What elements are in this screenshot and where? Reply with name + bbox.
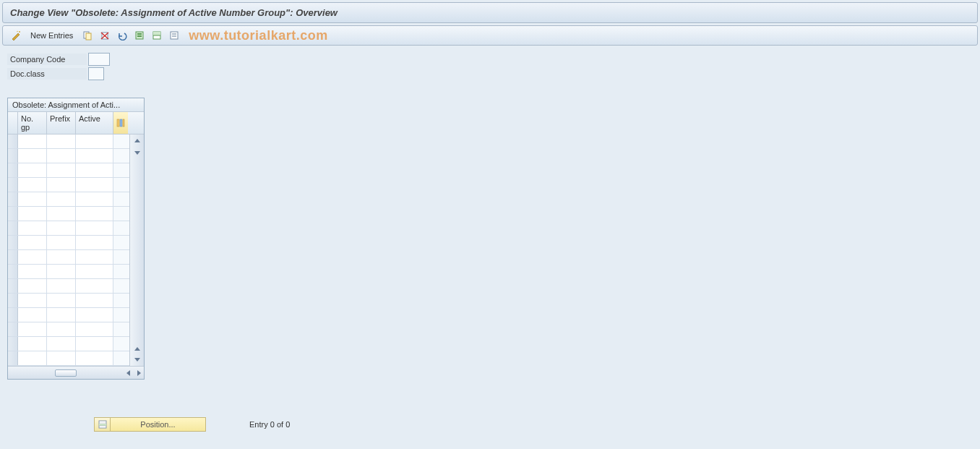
cell-no-gp[interactable] [18, 279, 47, 293]
cell-no-gp[interactable] [18, 207, 47, 221]
table-row[interactable] [8, 207, 129, 221]
column-prefix[interactable]: Prefix [47, 112, 76, 134]
horizontal-scrollbar[interactable] [8, 366, 144, 379]
cell-no-gp[interactable] [18, 163, 47, 177]
row-selector[interactable] [8, 207, 18, 221]
cell-active[interactable] [76, 265, 113, 278]
table-row[interactable] [8, 178, 129, 192]
table-row[interactable] [8, 322, 129, 337]
row-selector[interactable] [8, 279, 18, 293]
cell-active[interactable] [76, 207, 113, 221]
cell-active[interactable] [76, 178, 113, 192]
undo-icon[interactable] [115, 28, 129, 43]
cell-prefix[interactable] [47, 134, 76, 148]
row-selector[interactable] [8, 308, 18, 322]
row-selector[interactable] [8, 322, 18, 336]
table-row[interactable] [8, 192, 129, 207]
new-entries-button[interactable]: New Entries [26, 28, 77, 43]
cell-no-gp[interactable] [18, 134, 47, 148]
scroll-up-icon[interactable] [132, 136, 142, 146]
position-button[interactable]: Position... [94, 417, 206, 432]
cell-active[interactable] [76, 149, 113, 163]
row-selector[interactable] [8, 294, 18, 307]
row-selector[interactable] [8, 134, 18, 148]
cell-active[interactable] [76, 192, 113, 206]
cell-prefix[interactable] [47, 221, 76, 235]
row-selector[interactable] [8, 337, 18, 351]
cell-prefix[interactable] [47, 250, 76, 264]
deselect-icon[interactable] [167, 28, 181, 43]
row-selector[interactable] [8, 149, 18, 163]
cell-no-gp[interactable] [18, 236, 47, 249]
cell-no-gp[interactable] [18, 221, 47, 235]
cell-active[interactable] [76, 308, 113, 322]
row-selector[interactable] [8, 351, 18, 365]
wand-icon[interactable] [9, 28, 23, 43]
table-row[interactable] [8, 308, 129, 322]
cell-active[interactable] [76, 351, 113, 365]
cell-active[interactable] [76, 337, 113, 351]
row-selector[interactable] [8, 250, 18, 264]
delete-icon[interactable] [98, 28, 112, 43]
table-row[interactable] [8, 279, 129, 294]
cell-no-gp[interactable] [18, 322, 47, 336]
select-all-icon[interactable] [132, 28, 147, 43]
row-selector[interactable] [8, 178, 18, 192]
cell-prefix[interactable] [47, 192, 76, 206]
cell-prefix[interactable] [47, 149, 76, 163]
cell-prefix[interactable] [47, 265, 76, 278]
row-selector[interactable] [8, 236, 18, 249]
row-selector[interactable] [8, 163, 18, 177]
table-row[interactable] [8, 294, 129, 308]
table-row[interactable] [8, 265, 129, 279]
table-row[interactable] [8, 236, 129, 250]
cell-active[interactable] [76, 322, 113, 336]
cell-no-gp[interactable] [18, 308, 47, 322]
cell-active[interactable] [76, 134, 113, 148]
table-row[interactable] [8, 221, 129, 236]
column-no-gp[interactable]: No. gp [18, 112, 47, 134]
row-selector[interactable] [8, 192, 18, 206]
row-selector[interactable] [8, 265, 18, 278]
cell-prefix[interactable] [47, 322, 76, 336]
table-row[interactable] [8, 163, 129, 178]
scroll-down-icon[interactable] [132, 354, 142, 364]
copy-icon[interactable] [80, 28, 95, 43]
cell-no-gp[interactable] [18, 178, 47, 192]
table-row[interactable] [8, 149, 129, 163]
cell-active[interactable] [76, 294, 113, 307]
cell-prefix[interactable] [47, 308, 76, 322]
cell-prefix[interactable] [47, 294, 76, 307]
select-block-icon[interactable] [150, 28, 164, 43]
hscroll-thumb[interactable] [55, 369, 77, 377]
cell-no-gp[interactable] [18, 265, 47, 278]
cell-active[interactable] [76, 163, 113, 177]
cell-no-gp[interactable] [18, 351, 47, 365]
cell-active[interactable] [76, 250, 113, 264]
hscroll-left-icon[interactable] [124, 368, 134, 378]
cell-prefix[interactable] [47, 279, 76, 293]
column-active[interactable]: Active [76, 112, 113, 134]
cell-no-gp[interactable] [18, 192, 47, 206]
hscroll-right-icon[interactable] [134, 368, 144, 378]
row-selector[interactable] [8, 221, 18, 235]
cell-prefix[interactable] [47, 178, 76, 192]
company-code-field[interactable] [88, 53, 110, 66]
configure-columns-icon[interactable] [113, 112, 128, 134]
cell-no-gp[interactable] [18, 149, 47, 163]
cell-no-gp[interactable] [18, 250, 47, 264]
cell-prefix[interactable] [47, 163, 76, 177]
cell-active[interactable] [76, 221, 113, 235]
cell-no-gp[interactable] [18, 337, 47, 351]
table-row[interactable] [8, 134, 129, 149]
cell-prefix[interactable] [47, 207, 76, 221]
scroll-down-small-icon[interactable] [132, 147, 142, 158]
column-selector[interactable] [8, 112, 18, 134]
vertical-scrollbar[interactable] [129, 134, 144, 366]
cell-active[interactable] [76, 279, 113, 293]
doc-class-field[interactable] [88, 67, 104, 80]
cell-prefix[interactable] [47, 337, 76, 351]
cell-prefix[interactable] [47, 236, 76, 249]
cell-no-gp[interactable] [18, 294, 47, 307]
table-row[interactable] [8, 351, 129, 366]
